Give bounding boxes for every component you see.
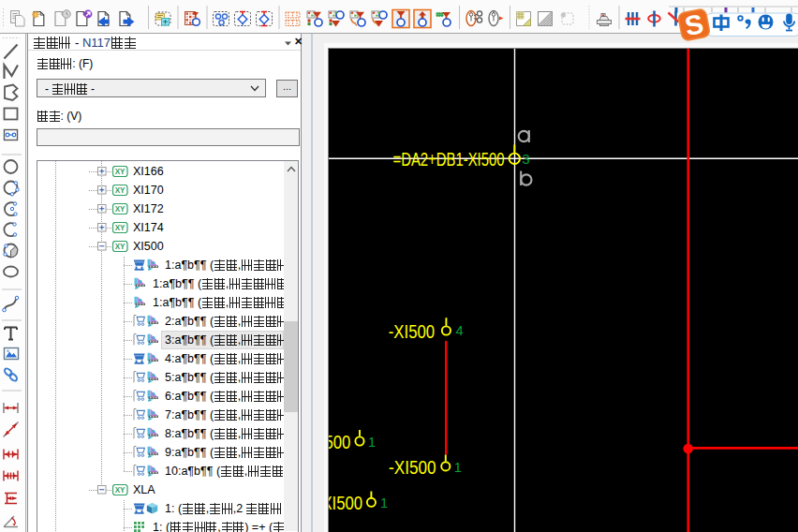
svg-text:3: 3	[523, 152, 530, 167]
svg-text:1: 1	[368, 435, 376, 450]
svg-text:4: 4	[456, 323, 464, 338]
svg-text:-XI500: -XI500	[329, 431, 350, 452]
svg-text:-XI500: -XI500	[389, 320, 435, 342]
svg-text:1: 1	[380, 495, 388, 510]
svg-text:=DA2+DB1-XI500: =DA2+DB1-XI500	[393, 148, 505, 170]
svg-text:1: 1	[454, 460, 462, 475]
svg-text:-XI500: -XI500	[389, 456, 436, 478]
svg-text:-XI500: -XI500	[329, 492, 362, 513]
